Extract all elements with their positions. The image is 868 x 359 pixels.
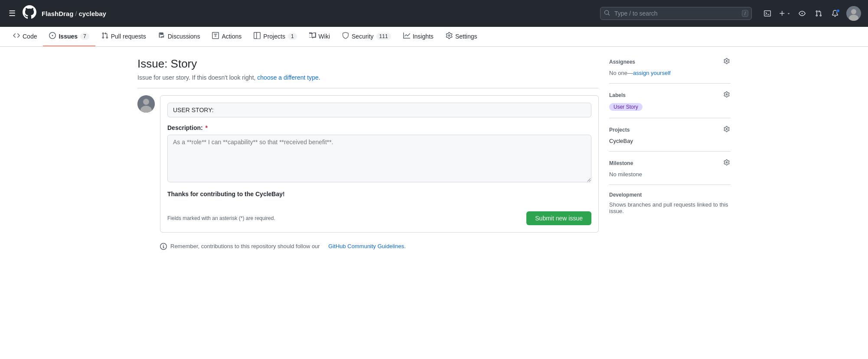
main-container: Issue: Story Issue for user story. If th… [131, 47, 737, 262]
top-navbar: ☰ FlashDrag / cyclebay / [0, 0, 868, 27]
description-label: Description: * [167, 124, 591, 131]
search-bar: / [600, 7, 752, 20]
repo-link[interactable]: cyclebay [79, 10, 106, 17]
nav-item-projects[interactable]: Projects 1 [248, 27, 303, 46]
form-body: Description: * Thanks for contributing t… [160, 95, 599, 233]
hamburger-button[interactable]: ☰ [7, 7, 17, 20]
search-kbd: / [742, 10, 748, 17]
form-area: Description: * Thanks for contributing t… [137, 95, 599, 233]
nav-item-pullrequests[interactable]: Pull requests [95, 27, 152, 46]
labels-header: Labels [609, 91, 731, 100]
milestone-value: No milestone [609, 171, 731, 178]
code-label: Code [23, 33, 37, 40]
security-label: Security [352, 33, 374, 40]
plus-button[interactable] [779, 10, 791, 17]
breadcrumb-separator: / [75, 10, 77, 17]
assignees-value: No one—assign yourself [609, 70, 731, 76]
assign-yourself-link[interactable]: assign yourself [633, 70, 671, 76]
milestone-section: Milestone No milestone [609, 152, 731, 185]
avatar-button[interactable] [846, 6, 861, 21]
issues-count: 7 [80, 33, 89, 40]
settings-icon [446, 32, 453, 40]
terminal-button[interactable] [762, 8, 773, 19]
projects-sidebar-header: Projects [609, 125, 731, 134]
pr-icon [101, 32, 108, 40]
user-avatar [137, 95, 155, 113]
main-content: Issue: Story Issue for user story. If th… [137, 57, 599, 251]
nav-item-security[interactable]: Security 111 [336, 27, 397, 46]
wiki-icon [309, 32, 316, 40]
github-logo [23, 5, 36, 22]
discussions-icon [158, 32, 165, 40]
nav-item-discussions[interactable]: Discussions [152, 27, 206, 46]
actions-icon [212, 32, 219, 40]
milestone-header: Milestone [609, 158, 731, 168]
labels-section: Labels User Story [609, 84, 731, 118]
page-title: Issue: Story [137, 57, 599, 71]
discussions-label: Discussions [168, 33, 200, 40]
issues-icon [49, 32, 56, 40]
milestone-gear-button[interactable] [723, 158, 731, 168]
description-textarea[interactable] [167, 135, 591, 182]
actions-label: Actions [222, 33, 241, 40]
community-text: Remember, contributions to this reposito… [170, 243, 320, 249]
form-footer: Fields marked with an asterisk (*) are r… [167, 204, 591, 225]
insights-icon [403, 32, 410, 40]
security-count: 111 [376, 33, 391, 40]
community-guidelines-link[interactable]: GitHub Community Guidelines. [328, 243, 405, 249]
issue-subtitle: Issue for user story. If this doesn't lo… [137, 74, 599, 88]
svg-point-1 [851, 9, 856, 14]
subtitle-text: Issue for user story. If this doesn't lo… [137, 74, 255, 81]
notifications-button[interactable] [830, 8, 840, 19]
submit-button[interactable]: Submit new issue [526, 211, 591, 225]
label-badge: User Story [609, 103, 643, 111]
projects-gear-button[interactable] [723, 125, 731, 134]
sidebar: Assignees No one—assign yourself Labels … [609, 57, 731, 251]
breadcrumb: FlashDrag / cyclebay [42, 10, 106, 17]
wiki-label: Wiki [319, 33, 330, 40]
issues-watch-button[interactable] [797, 8, 807, 19]
code-icon [13, 32, 20, 40]
issues-label: Issues [59, 33, 78, 40]
issue-title-input[interactable] [167, 103, 591, 117]
avatar [846, 6, 861, 21]
projects-icon [254, 32, 261, 40]
labels-gear-button[interactable] [723, 91, 731, 100]
development-value: Shows branches and pull requests linked … [609, 201, 731, 214]
assignees-title: Assignees [609, 59, 635, 65]
nav-item-wiki[interactable]: Wiki [303, 27, 336, 46]
projects-count: 1 [288, 33, 297, 40]
labels-title: Labels [609, 92, 626, 98]
top-nav-actions [762, 6, 861, 21]
development-header: Development [609, 192, 731, 198]
settings-label: Settings [455, 33, 477, 40]
insights-label: Insights [413, 33, 434, 40]
security-icon [342, 32, 349, 40]
search-icon [604, 10, 610, 17]
nav-item-settings[interactable]: Settings [440, 27, 483, 46]
notification-badge [836, 9, 840, 13]
search-input[interactable] [600, 7, 752, 20]
thanks-text: Thanks for contributing to the CycleBay! [167, 191, 591, 197]
projects-label: Projects [263, 33, 285, 40]
choose-type-link[interactable]: choose a different type. [257, 74, 320, 81]
assignees-header: Assignees [609, 57, 731, 66]
required-asterisk: * [206, 124, 208, 131]
projects-sidebar-title: Projects [609, 127, 630, 133]
owner-link[interactable]: FlashDrag [42, 10, 73, 17]
assignees-section: Assignees No one—assign yourself [609, 57, 731, 84]
nav-item-actions[interactable]: Actions [206, 27, 248, 46]
nav-item-insights[interactable]: Insights [397, 27, 440, 46]
assignees-gear-button[interactable] [723, 57, 731, 66]
pull-requests-button[interactable] [813, 8, 824, 19]
svg-point-4 [143, 99, 149, 105]
development-section: Development Shows branches and pull requ… [609, 185, 731, 221]
repo-navbar: Code Issues 7 Pull requests Discussions … [0, 27, 868, 47]
info-icon [160, 243, 167, 251]
community-note: Remember, contributions to this reposito… [137, 243, 599, 251]
nav-item-code[interactable]: Code [7, 27, 43, 46]
required-note: Fields marked with an asterisk (*) are r… [167, 215, 275, 221]
nav-item-issues[interactable]: Issues 7 [43, 27, 95, 46]
milestone-title: Milestone [609, 160, 633, 166]
projects-sidebar-value: CycleBay [609, 138, 731, 144]
